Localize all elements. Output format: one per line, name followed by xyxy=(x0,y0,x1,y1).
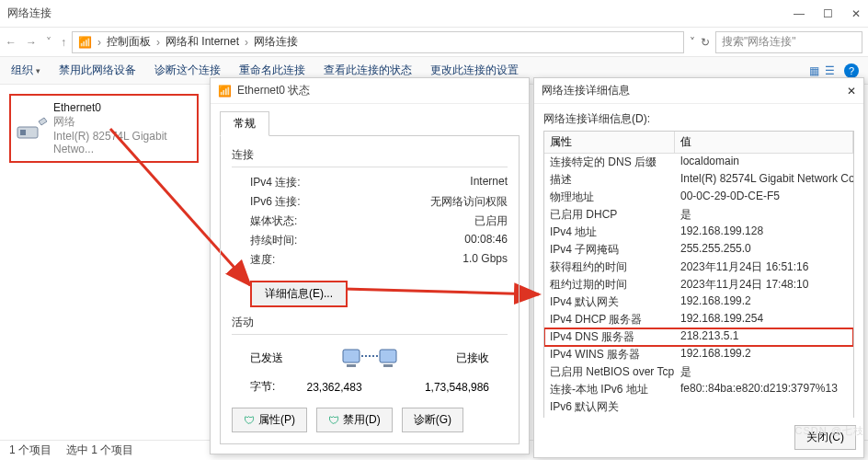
details-dialog-title: 网络连接详细信息 xyxy=(542,83,630,98)
nic-icon: 📶 xyxy=(218,85,232,98)
detail-value: 218.213.5.1 xyxy=(675,329,853,345)
col-header-value[interactable]: 值 xyxy=(675,132,853,153)
status-row-value: Internet xyxy=(470,175,508,190)
status-row-value: 00:08:46 xyxy=(464,233,508,248)
status-row-key: 媒体状态: xyxy=(250,213,297,229)
minimize-button[interactable]: — xyxy=(794,7,805,20)
status-row-key: 持续时间: xyxy=(250,233,297,248)
table-row[interactable]: IPv4 地址192.168.199.128 xyxy=(544,224,853,241)
close-icon[interactable]: ✕ xyxy=(847,85,856,98)
detail-key: 租约过期的时间 xyxy=(544,277,675,293)
refresh-button[interactable]: ↻ xyxy=(701,36,710,49)
details-dialog-titlebar[interactable]: 网络连接详细信息 ✕ xyxy=(534,78,863,104)
breadcrumb-1[interactable]: 控制面板 xyxy=(107,34,151,50)
view-large-icon[interactable]: ▦ xyxy=(809,64,819,77)
svg-rect-5 xyxy=(383,364,393,367)
sent-value: 23,362,483 xyxy=(307,381,362,394)
rename-button[interactable]: 重命名此连接 xyxy=(239,63,305,78)
disable-device-button[interactable]: 禁用此网络设备 xyxy=(59,63,136,78)
shield-icon: 🛡 xyxy=(244,414,255,427)
details-table: 属性 值 连接特定的 DNS 后缀localdomain描述Intel(R) 8… xyxy=(543,131,854,418)
address-field[interactable]: 📶 › 控制面板 › 网络和 Internet › 网络连接 xyxy=(72,31,684,53)
back-button[interactable]: ← xyxy=(6,36,17,49)
detail-key: 描述 xyxy=(544,172,675,188)
breadcrumb-3[interactable]: 网络连接 xyxy=(254,34,298,50)
status-dialog: 📶 Ethernet0 状态 常规 连接 IPv4 连接:InternetIPv… xyxy=(210,77,530,454)
detail-key: 物理地址 xyxy=(544,190,675,205)
detail-key: 获得租约的时间 xyxy=(544,259,675,275)
table-row[interactable]: IPv4 WINS 服务器192.168.199.2 xyxy=(544,346,853,363)
status-row-key: IPv4 连接: xyxy=(250,175,301,190)
table-row[interactable]: 已启用 DHCP是 xyxy=(544,206,853,224)
status-dialog-titlebar[interactable]: 📶 Ethernet0 状态 xyxy=(211,78,529,104)
view-details-icon[interactable]: ☰ xyxy=(825,64,835,77)
recent-dropdown[interactable]: ˅ xyxy=(46,36,51,49)
table-row[interactable]: IPv4 DHCP 服务器192.168.199.254 xyxy=(544,311,853,328)
search-input[interactable]: 搜索"网络连接" xyxy=(715,31,862,53)
detail-key: IPv4 子网掩码 xyxy=(544,242,675,258)
breadcrumb-2[interactable]: 网络和 Internet xyxy=(166,34,239,50)
titlebar: 网络连接 — ☐ ✕ xyxy=(0,0,868,28)
table-row[interactable]: IPv4 子网掩码255.255.255.0 xyxy=(544,241,853,259)
table-row[interactable]: 连接-本地 IPv6 地址fe80::84ba:e820:d219:3797%1… xyxy=(544,381,853,398)
disable-button[interactable]: 🛡禁用(D) xyxy=(316,408,393,432)
details-button[interactable]: 详细信息(E)... xyxy=(250,281,348,307)
content-area: Ethernet0 网络 Intel(R) 82574L Gigabit Net… xyxy=(0,85,868,440)
maximize-button[interactable]: ☐ xyxy=(823,7,833,20)
detail-key: IPv4 DNS 服务器 xyxy=(544,329,675,345)
selected-count: 选中 1 个项目 xyxy=(66,443,133,458)
detail-value: 是 xyxy=(675,364,853,380)
window-controls: — ☐ ✕ xyxy=(794,7,861,20)
status-row-value: 已启用 xyxy=(474,213,508,229)
history-dropdown[interactable]: ˅ xyxy=(690,36,695,49)
section-connection-label: 连接 xyxy=(232,147,508,163)
forward-button[interactable]: → xyxy=(26,36,37,49)
col-header-property[interactable]: 属性 xyxy=(544,132,675,153)
item-count: 1 个项目 xyxy=(9,443,51,458)
nic-icon xyxy=(17,115,48,143)
details-label: 网络连接详细信息(D): xyxy=(543,111,854,127)
detail-value: 是 xyxy=(675,207,853,223)
detail-key: IPv4 地址 xyxy=(544,224,675,240)
status-dialog-title: Ethernet0 状态 xyxy=(237,83,310,98)
detail-value: 192.168.199.254 xyxy=(675,312,853,328)
recv-label: 已接收 xyxy=(456,351,489,366)
up-button[interactable]: ↑ xyxy=(61,36,66,49)
table-row[interactable]: IPv4 DNS 服务器218.213.5.1 xyxy=(544,328,853,346)
status-row-value: 无网络访问权限 xyxy=(430,194,508,210)
table-row[interactable]: IPv4 默认网关192.168.199.2 xyxy=(544,293,853,311)
detail-value: Intel(R) 82574L Gigabit Network Connect xyxy=(675,172,853,188)
detail-key: IPv6 默认网关 xyxy=(544,399,675,415)
svg-rect-1 xyxy=(20,130,26,135)
details-dialog: 网络连接详细信息 ✕ 网络连接详细信息(D): 属性 值 连接特定的 DNS 后… xyxy=(533,77,864,458)
detail-key: IPv4 默认网关 xyxy=(544,294,675,310)
table-row[interactable]: 物理地址00-0C-29-0D-CE-F5 xyxy=(544,189,853,206)
adapter-status: 网络 xyxy=(53,114,191,130)
detail-key: 连接特定的 DNS 后缀 xyxy=(544,155,675,170)
table-row[interactable]: 租约过期的时间2023年11月24日 17:48:10 xyxy=(544,276,853,293)
view-status-button[interactable]: 查看此连接的状态 xyxy=(324,63,412,78)
table-row[interactable]: 获得租约的时间2023年11月24日 16:51:16 xyxy=(544,259,853,276)
close-button[interactable]: ✕ xyxy=(851,7,861,20)
change-settings-button[interactable]: 更改此连接的设置 xyxy=(430,63,519,78)
location-icon: 📶 xyxy=(78,36,92,49)
diagnose-button[interactable]: 诊断这个连接 xyxy=(154,63,221,78)
tab-general[interactable]: 常规 xyxy=(220,111,269,136)
addressbar: ← → ˅ ↑ 📶 › 控制面板 › 网络和 Internet › 网络连接 ˅… xyxy=(0,28,868,57)
detail-value: 00-0C-29-0D-CE-F5 xyxy=(675,190,853,205)
help-button[interactable]: ? xyxy=(844,63,859,78)
diagnose-button[interactable]: 诊断(G) xyxy=(402,408,463,432)
adapter-item-ethernet0[interactable]: Ethernet0 网络 Intel(R) 82574L Gigabit Net… xyxy=(9,94,199,163)
properties-button[interactable]: 🛡属性(P) xyxy=(232,408,307,432)
detail-key: IPv4 WINS 服务器 xyxy=(544,347,675,362)
status-row-value: 1.0 Gbps xyxy=(463,252,508,268)
table-row[interactable]: IPv6 默认网关 xyxy=(544,398,853,416)
table-row[interactable]: 连接特定的 DNS 后缀localdomain xyxy=(544,154,853,171)
sent-label: 已发送 xyxy=(250,351,283,366)
table-row[interactable]: 描述Intel(R) 82574L Gigabit Network Connec… xyxy=(544,171,853,189)
organize-menu[interactable]: 组织 xyxy=(11,63,40,78)
detail-value xyxy=(675,399,853,415)
table-row[interactable]: 已启用 NetBIOS over Tcpip是 xyxy=(544,363,853,381)
detail-value: 192.168.199.128 xyxy=(675,224,853,240)
window-title: 网络连接 xyxy=(7,6,794,21)
